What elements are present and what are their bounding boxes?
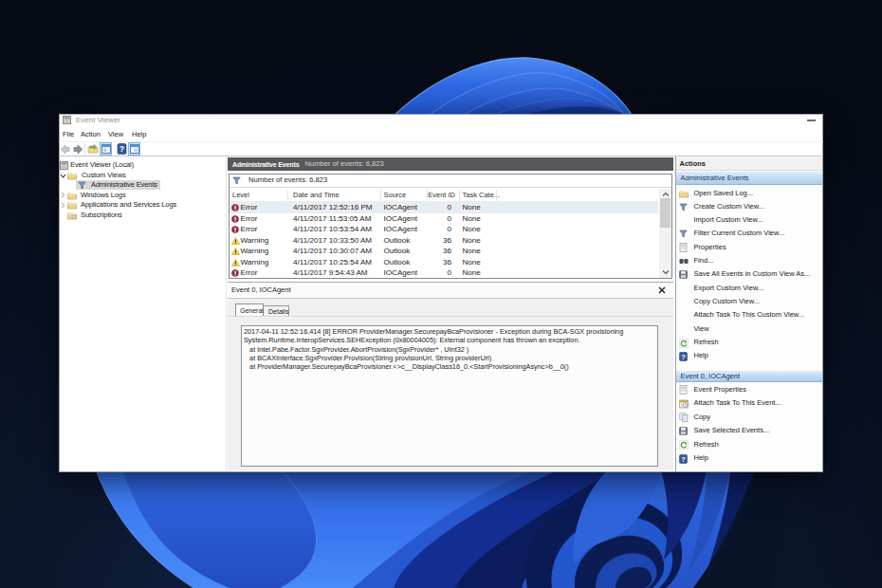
- svg-text:?: ?: [681, 454, 686, 463]
- svg-text:?: ?: [681, 352, 686, 360]
- svg-text:?: ?: [119, 144, 124, 154]
